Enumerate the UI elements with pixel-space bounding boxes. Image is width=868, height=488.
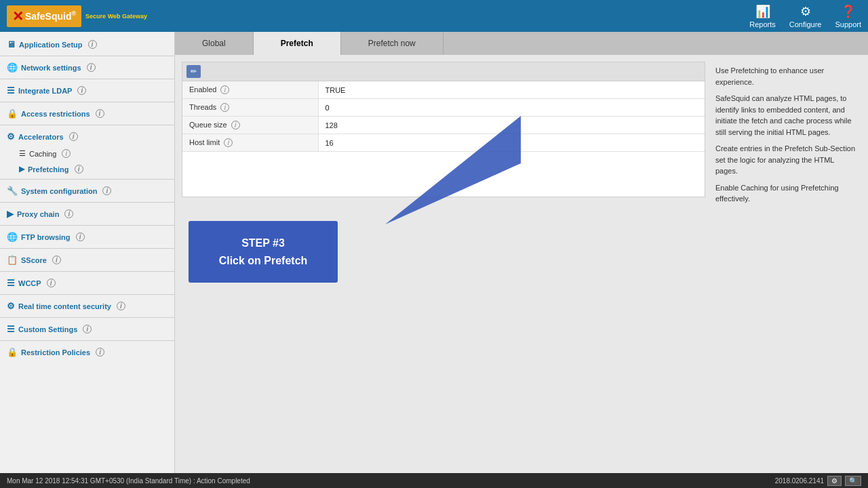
sidebar-prefetching-label: Prefetching (28, 165, 69, 174)
footer-status: Mon Mar 12 2018 12:54:31 GMT+0530 (India… (7, 477, 250, 485)
sidebar-proxy-chain-label: Proxy chain (17, 210, 59, 218)
system-config-icon: 🔧 (7, 186, 18, 196)
sidebar-item-network-settings[interactable]: 🌐 Network settings i (0, 58, 174, 77)
sidebar-network-settings-label: Network settings (21, 64, 81, 72)
logo-tagline: Secure Web Gateway (85, 13, 147, 20)
ftp-icon: 🌐 (7, 232, 18, 242)
sidebar-item-rtcs[interactable]: ⚙ Real time content security i (0, 297, 174, 315)
nav-support[interactable]: ❓ Support (835, 4, 861, 28)
info-icon-9: i (64, 209, 73, 218)
info-icon-2: i (87, 63, 96, 72)
ldap-icon: ☰ (7, 85, 15, 96)
sidebar-item-sscore[interactable]: 📋 SScore i (0, 251, 174, 269)
table-row: Enabled i TRUE (182, 81, 705, 99)
nav-configure[interactable]: ⚙ Configure (789, 4, 822, 28)
sidebar-item-caching[interactable]: ☰ Caching i (0, 146, 174, 161)
help-panel: Use Prefetching to enhance user experien… (712, 62, 861, 466)
sidebar-custom-settings-label: Custom Settings (18, 325, 77, 333)
queue-info-icon: i (231, 121, 240, 129)
footer-settings-button[interactable]: ⚙ (827, 476, 842, 486)
sidebar-access-label: Access restrictions (21, 110, 90, 118)
support-icon: ❓ (841, 4, 856, 19)
info-icon-15: i (96, 348, 104, 357)
edit-button[interactable]: ✏ (186, 65, 201, 78)
nav-reports[interactable]: 📊 Reports (749, 4, 776, 28)
host-info-icon: i (224, 138, 233, 147)
sidebar-item-proxy-chain[interactable]: ▶ Proxy chain i (0, 205, 174, 223)
help-text-1: Use Prefetching to enhance user experien… (715, 65, 858, 87)
footer: Mon Mar 12 2018 12:54:31 GMT+0530 (India… (0, 473, 868, 488)
main-content: ✏ Enabled i TRUE Threads (175, 55, 868, 473)
sidebar-sscore-label: SScore (21, 256, 47, 264)
sidebar-caching-label: Caching (29, 150, 56, 158)
nav-support-label: Support (835, 20, 861, 28)
sidebar-item-prefetching[interactable]: ▶ Prefetching i (0, 161, 174, 177)
sidebar-item-accelerators[interactable]: ⚙ Accelerators i (0, 127, 174, 146)
content-area: Global Prefetch Prefetch now ✏ Enabled i (175, 32, 868, 473)
sidebar-item-custom-settings[interactable]: ☰ Custom Settings i (0, 320, 174, 338)
field-queue-size-value: 128 (318, 117, 705, 134)
table-row: Host limit i 16 (182, 134, 705, 152)
info-icon-6: i (62, 149, 71, 158)
table-toolbar: ✏ (182, 62, 705, 81)
main-layout: 🖥 Application Setup i 🌐 Network settings… (0, 32, 868, 473)
logo-text: SafeSquid® (25, 10, 76, 22)
threads-info-icon: i (220, 103, 229, 112)
callout-instruction: Click on Prefetch (205, 252, 321, 270)
nav-reports-label: Reports (749, 20, 776, 28)
sidebar-ldap-label: Integrate LDAP (18, 87, 72, 95)
footer-search-button[interactable]: 🔍 (845, 476, 861, 486)
sidebar-item-wccp[interactable]: ☰ WCCP i (0, 274, 174, 292)
tab-prefetch-now[interactable]: Prefetch now (341, 32, 443, 55)
info-icon: i (88, 40, 97, 49)
info-icon-7: i (75, 165, 83, 174)
tab-global[interactable]: Global (175, 32, 254, 55)
access-icon: 🔒 (7, 108, 18, 119)
sidebar-application-setup-label: Application Setup (19, 41, 83, 49)
help-text-2: SafeSquid can analyze HTML pages, to ide… (715, 93, 858, 138)
data-table: Enabled i TRUE Threads i 0 (182, 81, 705, 152)
info-icon-5: i (69, 132, 78, 141)
info-icon-4: i (96, 109, 104, 118)
field-enabled-value: TRUE (318, 81, 705, 99)
field-threads-value: 0 (318, 99, 705, 117)
field-host-limit-value: 16 (318, 134, 705, 152)
sidebar-item-access-restrictions[interactable]: 🔒 Access restrictions i (0, 104, 174, 123)
sidebar-rtcs-label: Real time content security (18, 302, 111, 310)
tab-prefetch[interactable]: Prefetch (254, 32, 341, 55)
version-info: 2018.0206.2141 (775, 477, 824, 485)
table-area: ✏ Enabled i TRUE Threads (182, 62, 705, 197)
configure-icon: ⚙ (800, 4, 811, 19)
info-icon-3: i (77, 86, 86, 95)
sidebar-system-config-label: System configuration (21, 187, 97, 195)
help-text-4: Enable Caching for using Prefetching eff… (715, 182, 858, 205)
help-text-3: Create entries in the Prefetch Sub-Secti… (715, 143, 858, 177)
custom-settings-icon: ☰ (7, 324, 15, 334)
header: ✕ SafeSquid® Secure Web Gateway 📊 Report… (0, 0, 868, 32)
sidebar-item-system-config[interactable]: 🔧 System configuration i (0, 182, 174, 200)
sidebar-ftp-label: FTP browsing (21, 233, 71, 241)
sidebar-item-restriction-policies[interactable]: 🔒 Restriction Policies i (0, 343, 174, 361)
field-threads-label: Threads i (182, 99, 318, 117)
network-settings-icon: 🌐 (7, 62, 18, 73)
info-icon-13: i (117, 302, 125, 310)
logo-x: ✕ (12, 8, 24, 24)
sidebar-item-application-setup[interactable]: 🖥 Application Setup i (0, 35, 174, 54)
tabs: Global Prefetch Prefetch now (175, 32, 868, 55)
field-enabled-label: Enabled i (182, 81, 318, 99)
field-host-limit-label: Host limit i (182, 134, 318, 152)
logo: ✕ SafeSquid® (7, 5, 81, 27)
footer-right: 2018.0206.2141 ⚙ 🔍 (775, 476, 861, 486)
sscore-icon: 📋 (7, 255, 18, 265)
logo-area: ✕ SafeSquid® Secure Web Gateway (7, 5, 147, 27)
accelerators-icon: ⚙ (7, 131, 15, 142)
sidebar-item-ftp-browsing[interactable]: 🌐 FTP browsing i (0, 228, 174, 246)
info-icon-14: i (83, 325, 92, 333)
nav-configure-label: Configure (789, 20, 822, 28)
sidebar-item-integrate-ldap[interactable]: ☰ Integrate LDAP i (0, 81, 174, 100)
wccp-icon: ☰ (7, 278, 15, 288)
reports-icon: 📊 (755, 4, 770, 19)
proxy-chain-icon: ▶ (7, 209, 14, 219)
info-icon-8: i (102, 186, 111, 195)
prefetching-icon: ▶ (19, 165, 24, 174)
